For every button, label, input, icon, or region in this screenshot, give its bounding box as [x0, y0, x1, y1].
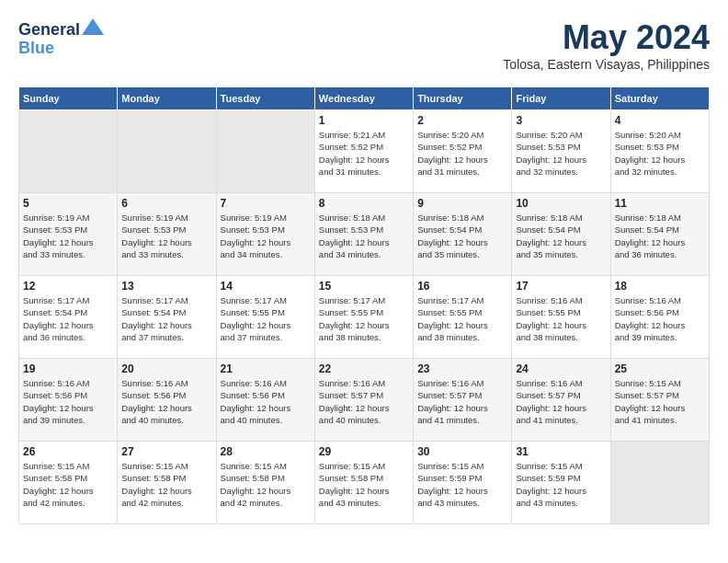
day-info: Sunrise: 5:17 AMSunset: 5:54 PMDaylight:…: [121, 294, 211, 343]
day-number: 26: [23, 445, 113, 458]
day-number: 23: [417, 362, 507, 375]
day-info: Sunrise: 5:15 AMSunset: 5:57 PMDaylight:…: [615, 377, 705, 426]
day-info: Sunrise: 5:19 AMSunset: 5:53 PMDaylight:…: [23, 212, 113, 260]
day-cell: [118, 110, 216, 193]
day-cell: 14Sunrise: 5:17 AMSunset: 5:55 PMDayligh…: [216, 276, 314, 359]
day-number: 4: [615, 114, 705, 127]
day-cell: 15Sunrise: 5:17 AMSunset: 5:55 PMDayligh…: [314, 276, 413, 359]
day-cell: 4Sunrise: 5:20 AMSunset: 5:53 PMDaylight…: [610, 110, 709, 193]
logo-text: General Blue: [18, 18, 104, 58]
day-info: Sunrise: 5:16 AMSunset: 5:56 PMDaylight:…: [121, 377, 211, 426]
day-number: 6: [121, 197, 211, 210]
day-number: 11: [615, 197, 705, 210]
day-info: Sunrise: 5:21 AMSunset: 5:52 PMDaylight:…: [319, 129, 409, 178]
title-section: May 2024 Tolosa, Eastern Visayas, Philip…: [503, 18, 710, 72]
day-number: 2: [417, 114, 507, 127]
day-info: Sunrise: 5:20 AMSunset: 5:53 PMDaylight:…: [516, 129, 606, 178]
day-cell: [610, 442, 709, 524]
day-info: Sunrise: 5:16 AMSunset: 5:57 PMDaylight:…: [516, 377, 606, 426]
day-number: 16: [417, 280, 507, 293]
day-cell: 20Sunrise: 5:16 AMSunset: 5:56 PMDayligh…: [118, 359, 216, 442]
day-number: 27: [121, 445, 211, 458]
day-cell: 2Sunrise: 5:20 AMSunset: 5:52 PMDaylight…: [414, 110, 512, 193]
day-cell: 9Sunrise: 5:18 AMSunset: 5:54 PMDaylight…: [414, 193, 512, 276]
month-title: May 2024: [503, 18, 710, 57]
day-number: 1: [319, 114, 409, 127]
day-number: 7: [221, 197, 311, 210]
day-number: 12: [23, 280, 113, 293]
day-cell: [216, 110, 314, 193]
day-number: 22: [319, 362, 409, 375]
day-number: 28: [221, 445, 311, 458]
day-cell: 18Sunrise: 5:16 AMSunset: 5:56 PMDayligh…: [610, 276, 709, 359]
week-row: 26Sunrise: 5:15 AMSunset: 5:58 PMDayligh…: [19, 442, 710, 524]
day-number: 29: [319, 445, 409, 458]
day-info: Sunrise: 5:19 AMSunset: 5:53 PMDaylight:…: [221, 212, 311, 260]
day-number: 14: [221, 280, 311, 293]
day-info: Sunrise: 5:15 AMSunset: 5:58 PMDaylight:…: [319, 460, 409, 509]
day-number: 10: [516, 197, 606, 210]
day-cell: 27Sunrise: 5:15 AMSunset: 5:58 PMDayligh…: [118, 442, 216, 524]
week-row: 1Sunrise: 5:21 AMSunset: 5:52 PMDaylight…: [19, 110, 710, 193]
day-info: Sunrise: 5:16 AMSunset: 5:57 PMDaylight:…: [319, 377, 409, 426]
day-info: Sunrise: 5:15 AMSunset: 5:58 PMDaylight:…: [221, 460, 311, 509]
day-info: Sunrise: 5:17 AMSunset: 5:55 PMDaylight:…: [417, 294, 507, 343]
day-info: Sunrise: 5:16 AMSunset: 5:56 PMDaylight:…: [221, 377, 311, 426]
day-info: Sunrise: 5:16 AMSunset: 5:56 PMDaylight:…: [23, 377, 113, 426]
svg-marker-0: [82, 18, 104, 35]
week-row: 5Sunrise: 5:19 AMSunset: 5:53 PMDaylight…: [19, 193, 710, 276]
day-info: Sunrise: 5:15 AMSunset: 5:59 PMDaylight:…: [516, 460, 606, 509]
page-header: General Blue May 2024 Tolosa, Eastern Vi…: [18, 18, 710, 72]
day-info: Sunrise: 5:20 AMSunset: 5:53 PMDaylight:…: [615, 129, 705, 178]
day-cell: 29Sunrise: 5:15 AMSunset: 5:58 PMDayligh…: [314, 442, 413, 524]
week-row: 19Sunrise: 5:16 AMSunset: 5:56 PMDayligh…: [19, 359, 710, 442]
day-info: Sunrise: 5:19 AMSunset: 5:53 PMDaylight:…: [121, 212, 211, 260]
day-info: Sunrise: 5:18 AMSunset: 5:54 PMDaylight:…: [516, 212, 606, 260]
day-info: Sunrise: 5:18 AMSunset: 5:54 PMDaylight:…: [417, 212, 507, 260]
logo-blue: Blue: [18, 39, 54, 57]
day-cell: 10Sunrise: 5:18 AMSunset: 5:54 PMDayligh…: [512, 193, 610, 276]
day-cell: 12Sunrise: 5:17 AMSunset: 5:54 PMDayligh…: [19, 276, 118, 359]
day-number: 3: [516, 114, 606, 127]
location: Tolosa, Eastern Visayas, Philippines: [503, 57, 710, 72]
day-number: 30: [417, 445, 507, 458]
weekday-header-saturday: Saturday: [610, 87, 709, 110]
day-info: Sunrise: 5:16 AMSunset: 5:57 PMDaylight:…: [417, 377, 507, 426]
day-number: 19: [23, 362, 113, 375]
week-row: 12Sunrise: 5:17 AMSunset: 5:54 PMDayligh…: [19, 276, 710, 359]
day-info: Sunrise: 5:17 AMSunset: 5:55 PMDaylight:…: [319, 294, 409, 343]
day-number: 25: [615, 362, 705, 375]
header-row: SundayMondayTuesdayWednesdayThursdayFrid…: [19, 87, 710, 110]
day-cell: 26Sunrise: 5:15 AMSunset: 5:58 PMDayligh…: [19, 442, 118, 524]
day-info: Sunrise: 5:15 AMSunset: 5:58 PMDaylight:…: [121, 460, 211, 509]
day-cell: 24Sunrise: 5:16 AMSunset: 5:57 PMDayligh…: [512, 359, 610, 442]
weekday-header-monday: Monday: [118, 87, 216, 110]
day-info: Sunrise: 5:16 AMSunset: 5:55 PMDaylight:…: [516, 294, 606, 343]
day-cell: 17Sunrise: 5:16 AMSunset: 5:55 PMDayligh…: [512, 276, 610, 359]
weekday-header-friday: Friday: [512, 87, 610, 110]
day-cell: 8Sunrise: 5:18 AMSunset: 5:53 PMDaylight…: [314, 193, 413, 276]
day-cell: 1Sunrise: 5:21 AMSunset: 5:52 PMDaylight…: [314, 110, 413, 193]
day-cell: 19Sunrise: 5:16 AMSunset: 5:56 PMDayligh…: [19, 359, 118, 442]
day-number: 31: [516, 445, 606, 458]
day-number: 13: [121, 280, 211, 293]
day-info: Sunrise: 5:18 AMSunset: 5:53 PMDaylight:…: [319, 212, 409, 260]
day-info: Sunrise: 5:20 AMSunset: 5:52 PMDaylight:…: [417, 129, 507, 178]
day-number: 5: [23, 197, 113, 210]
day-info: Sunrise: 5:18 AMSunset: 5:54 PMDaylight:…: [615, 212, 705, 260]
day-number: 9: [417, 197, 507, 210]
day-number: 8: [319, 197, 409, 210]
day-cell: [19, 110, 118, 193]
weekday-header-thursday: Thursday: [414, 87, 512, 110]
day-cell: 11Sunrise: 5:18 AMSunset: 5:54 PMDayligh…: [610, 193, 709, 276]
day-cell: 7Sunrise: 5:19 AMSunset: 5:53 PMDaylight…: [216, 193, 314, 276]
logo: General Blue: [18, 18, 104, 58]
day-cell: 30Sunrise: 5:15 AMSunset: 5:59 PMDayligh…: [414, 442, 512, 524]
day-number: 15: [319, 280, 409, 293]
weekday-header-tuesday: Tuesday: [216, 87, 314, 110]
day-cell: 25Sunrise: 5:15 AMSunset: 5:57 PMDayligh…: [610, 359, 709, 442]
day-info: Sunrise: 5:17 AMSunset: 5:55 PMDaylight:…: [221, 294, 311, 343]
logo-icon: [82, 18, 104, 35]
weekday-header-wednesday: Wednesday: [314, 87, 413, 110]
day-cell: 16Sunrise: 5:17 AMSunset: 5:55 PMDayligh…: [414, 276, 512, 359]
